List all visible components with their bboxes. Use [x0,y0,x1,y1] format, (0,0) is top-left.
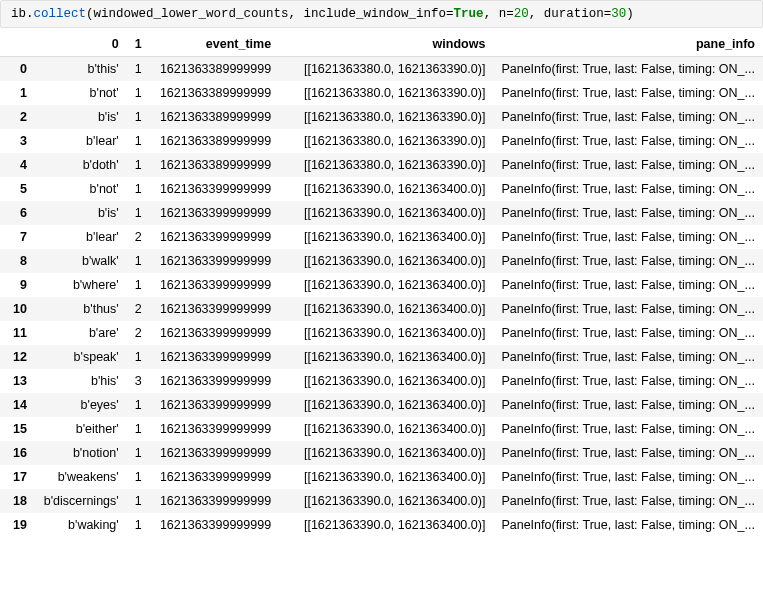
header-col-0: 0 [35,32,127,57]
cell-word: b'discernings' [35,489,127,513]
cell-windows: [[1621363390.0, 1621363400.0)] [279,393,493,417]
cell-windows: [[1621363390.0, 1621363400.0)] [279,177,493,201]
cell-pane-info: PaneInfo(first: True, last: False, timin… [493,273,763,297]
cell-event-time: 1621363399999999 [150,489,279,513]
cell-windows: [[1621363390.0, 1621363400.0)] [279,225,493,249]
cell-pane-info: PaneInfo(first: True, last: False, timin… [493,345,763,369]
cell-windows: [[1621363390.0, 1621363400.0)] [279,417,493,441]
cell-word: b'not' [35,81,127,105]
cell-windows: [[1621363380.0, 1621363390.0)] [279,57,493,82]
cell-event-time: 1621363399999999 [150,177,279,201]
table-row: 7b'lear'21621363399999999[[1621363390.0,… [0,225,763,249]
row-index: 1 [0,81,35,105]
row-index: 13 [0,369,35,393]
table-row: 11b'are'21621363399999999[[1621363390.0,… [0,321,763,345]
row-index: 19 [0,513,35,537]
cell-event-time: 1621363399999999 [150,345,279,369]
cell-word: b'notion' [35,441,127,465]
code-cell[interactable]: ib.collect(windowed_lower_word_counts, i… [0,0,763,28]
cell-word: b'lear' [35,225,127,249]
cell-windows: [[1621363390.0, 1621363400.0)] [279,297,493,321]
cell-word: b'weakens' [35,465,127,489]
cell-word: b'thus' [35,297,127,321]
cell-word: b'doth' [35,153,127,177]
row-index: 2 [0,105,35,129]
cell-event-time: 1621363399999999 [150,441,279,465]
cell-windows: [[1621363390.0, 1621363400.0)] [279,321,493,345]
row-index: 18 [0,489,35,513]
table-row: 15b'either'11621363399999999[[1621363390… [0,417,763,441]
cell-count: 1 [127,249,150,273]
cell-word: b'is' [35,201,127,225]
cell-event-time: 1621363399999999 [150,321,279,345]
cell-windows: [[1621363390.0, 1621363400.0)] [279,249,493,273]
cell-pane-info: PaneInfo(first: True, last: False, timin… [493,201,763,225]
cell-word: b'his' [35,369,127,393]
cell-count: 1 [127,129,150,153]
cell-pane-info: PaneInfo(first: True, last: False, timin… [493,393,763,417]
table-row: 18b'discernings'11621363399999999[[16213… [0,489,763,513]
cell-pane-info: PaneInfo(first: True, last: False, timin… [493,417,763,441]
header-row: 0 1 event_time windows pane_info [0,32,763,57]
cell-event-time: 1621363389999999 [150,57,279,82]
row-index: 8 [0,249,35,273]
row-index: 12 [0,345,35,369]
code-duration: 30 [611,7,626,21]
cell-pane-info: PaneInfo(first: True, last: False, timin… [493,441,763,465]
cell-windows: [[1621363380.0, 1621363390.0)] [279,153,493,177]
cell-windows: [[1621363390.0, 1621363400.0)] [279,489,493,513]
cell-pane-info: PaneInfo(first: True, last: False, timin… [493,129,763,153]
cell-count: 1 [127,489,150,513]
cell-event-time: 1621363399999999 [150,201,279,225]
cell-count: 2 [127,297,150,321]
table-row: 19b'waking'11621363399999999[[1621363390… [0,513,763,537]
cell-word: b'where' [35,273,127,297]
row-index: 0 [0,57,35,82]
table-row: 13b'his'31621363399999999[[1621363390.0,… [0,369,763,393]
cell-event-time: 1621363389999999 [150,105,279,129]
cell-pane-info: PaneInfo(first: True, last: False, timin… [493,177,763,201]
table-row: 16b'notion'11621363399999999[[1621363390… [0,441,763,465]
row-index: 4 [0,153,35,177]
cell-count: 1 [127,345,150,369]
cell-pane-info: PaneInfo(first: True, last: False, timin… [493,105,763,129]
cell-pane-info: PaneInfo(first: True, last: False, timin… [493,489,763,513]
cell-word: b'waking' [35,513,127,537]
header-index [0,32,35,57]
table-row: 10b'thus'21621363399999999[[1621363390.0… [0,297,763,321]
cell-count: 2 [127,321,150,345]
cell-windows: [[1621363390.0, 1621363400.0)] [279,273,493,297]
cell-count: 1 [127,465,150,489]
cell-pane-info: PaneInfo(first: True, last: False, timin… [493,225,763,249]
cell-pane-info: PaneInfo(first: True, last: False, timin… [493,513,763,537]
cell-word: b'walk' [35,249,127,273]
cell-pane-info: PaneInfo(first: True, last: False, timin… [493,57,763,82]
cell-count: 1 [127,177,150,201]
code-method: collect [34,7,87,21]
table-row: 8b'walk'11621363399999999[[1621363390.0,… [0,249,763,273]
cell-event-time: 1621363389999999 [150,153,279,177]
row-index: 15 [0,417,35,441]
header-pane-info: pane_info [493,32,763,57]
cell-count: 1 [127,105,150,129]
cell-word: b'this' [35,57,127,82]
cell-count: 2 [127,225,150,249]
header-windows: windows [279,32,493,57]
cell-event-time: 1621363389999999 [150,129,279,153]
cell-count: 1 [127,153,150,177]
row-index: 6 [0,201,35,225]
cell-event-time: 1621363399999999 [150,393,279,417]
row-index: 14 [0,393,35,417]
table-row: 2b'is'11621363389999999[[1621363380.0, 1… [0,105,763,129]
table-row: 5b'not'11621363399999999[[1621363390.0, … [0,177,763,201]
cell-pane-info: PaneInfo(first: True, last: False, timin… [493,321,763,345]
row-index: 17 [0,465,35,489]
cell-event-time: 1621363399999999 [150,369,279,393]
row-index: 3 [0,129,35,153]
cell-event-time: 1621363389999999 [150,81,279,105]
cell-windows: [[1621363390.0, 1621363400.0)] [279,201,493,225]
cell-pane-info: PaneInfo(first: True, last: False, timin… [493,153,763,177]
cell-pane-info: PaneInfo(first: True, last: False, timin… [493,369,763,393]
cell-windows: [[1621363390.0, 1621363400.0)] [279,345,493,369]
cell-word: b'eyes' [35,393,127,417]
